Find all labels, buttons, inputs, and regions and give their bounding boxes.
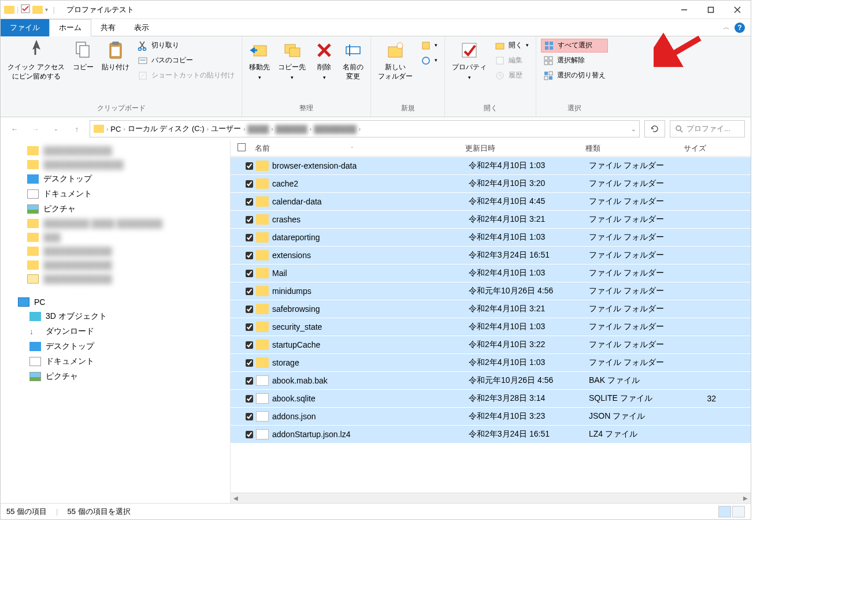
copyto-button[interactable]: コピー先▾ bbox=[276, 39, 308, 82]
tab-file[interactable]: ファイル bbox=[1, 19, 49, 36]
column-name[interactable]: 名前 bbox=[255, 144, 270, 152]
row-checkbox[interactable] bbox=[246, 216, 253, 224]
table-row[interactable]: crashes令和2年4月10日 3:21ファイル フォルダー bbox=[231, 210, 751, 228]
invert-selection-button[interactable]: 選択の切り替え bbox=[541, 69, 608, 83]
table-row[interactable]: security_state令和2年4月10日 1:03ファイル フォルダー bbox=[231, 318, 751, 336]
table-row[interactable]: datareporting令和2年4月10日 1:03ファイル フォルダー bbox=[231, 228, 751, 246]
nav-item-pc[interactable]: PC bbox=[1, 295, 230, 309]
breadcrumb-blurred[interactable]: ████████ bbox=[314, 125, 357, 133]
search-input[interactable]: プロファイ... bbox=[670, 120, 745, 137]
nav-item-blurred[interactable]: ███ bbox=[1, 230, 230, 244]
refresh-button[interactable] bbox=[644, 120, 665, 137]
tab-view[interactable]: 表示 bbox=[125, 19, 158, 36]
forward-button[interactable]: → bbox=[27, 121, 43, 137]
navigation-pane[interactable]: ████████████ ██████████████ デスクトップ ドキュメン… bbox=[1, 140, 231, 503]
table-row[interactable]: minidumps令和元年10月26日 4:56ファイル フォルダー bbox=[231, 282, 751, 300]
nav-item-blurred[interactable]: ████████████ bbox=[1, 244, 230, 258]
paste-button[interactable]: 貼り付け bbox=[99, 39, 132, 73]
row-checkbox[interactable] bbox=[246, 180, 253, 188]
moveto-button[interactable]: 移動先▾ bbox=[247, 39, 272, 82]
view-details-button[interactable] bbox=[718, 506, 731, 517]
row-checkbox[interactable] bbox=[246, 377, 253, 385]
breadcrumb-blurred[interactable]: ████ bbox=[247, 125, 269, 133]
nav-item-3dobjects[interactable]: 3D オブジェクト bbox=[1, 309, 230, 324]
address-bar[interactable]: › PC › ローカル ディスク (C:) › ユーザー › ████ › ██… bbox=[90, 120, 640, 137]
select-none-button[interactable]: 選択解除 bbox=[541, 54, 608, 68]
open-button[interactable]: 開く▾ bbox=[492, 39, 531, 53]
tab-home[interactable]: ホーム bbox=[49, 19, 91, 36]
column-type[interactable]: 種類 bbox=[585, 143, 684, 154]
horizontal-scrollbar[interactable]: ◀ ▶ bbox=[231, 493, 751, 503]
nav-item-pictures[interactable]: ピクチャ bbox=[1, 369, 230, 384]
breadcrumb[interactable]: PC bbox=[110, 125, 121, 133]
minimize-button[interactable] bbox=[671, 1, 698, 19]
breadcrumb[interactable]: ユーザー bbox=[211, 124, 241, 134]
table-row[interactable]: cache2令和2年4月10日 3:20ファイル フォルダー bbox=[231, 174, 751, 192]
chevron-right-icon[interactable]: › bbox=[207, 126, 209, 132]
column-size[interactable]: サイズ bbox=[684, 143, 718, 154]
row-checkbox[interactable] bbox=[246, 198, 253, 206]
chevron-right-icon[interactable]: › bbox=[310, 126, 311, 132]
collapse-ribbon-icon[interactable]: ︿ bbox=[723, 23, 730, 32]
table-row[interactable]: storage令和2年4月10日 1:03ファイル フォルダー bbox=[231, 353, 751, 371]
file-list[interactable]: browser-extension-data令和2年4月10日 1:03ファイル… bbox=[231, 157, 751, 493]
tab-share[interactable]: 共有 bbox=[91, 19, 125, 36]
table-row[interactable]: addonStartup.json.lz4令和2年3月24日 16:51LZ4 … bbox=[231, 425, 751, 443]
row-checkbox[interactable] bbox=[246, 395, 253, 403]
paste-shortcut-button[interactable]: ショートカットの貼り付け bbox=[135, 69, 237, 83]
select-all-checkbox[interactable] bbox=[238, 143, 246, 151]
row-checkbox[interactable] bbox=[246, 162, 253, 170]
cut-button[interactable]: 切り取り bbox=[135, 39, 237, 53]
chevron-right-icon[interactable]: › bbox=[123, 126, 125, 132]
row-checkbox[interactable] bbox=[246, 341, 253, 349]
nav-item-documents[interactable]: ドキュメント bbox=[1, 354, 230, 369]
nav-item-blurred[interactable]: ██████████████ bbox=[1, 158, 230, 172]
row-checkbox[interactable] bbox=[246, 306, 253, 313]
rename-button[interactable]: 名前の 変更 bbox=[340, 39, 366, 82]
column-headers[interactable]: 名前˄ 更新日時 種類 サイズ bbox=[231, 140, 751, 157]
nav-item-blurred[interactable]: ████████████ bbox=[1, 272, 230, 286]
nav-item-blurred[interactable]: ████████████ bbox=[1, 144, 230, 158]
delete-button[interactable]: 削除▾ bbox=[311, 39, 337, 82]
table-row[interactable]: calendar-data令和2年4月10日 4:45ファイル フォルダー bbox=[231, 192, 751, 210]
easy-access-button[interactable]: ▾ bbox=[418, 54, 440, 68]
breadcrumb-blurred[interactable]: ██████ bbox=[276, 125, 307, 133]
new-item-button[interactable]: ▾ bbox=[418, 39, 440, 53]
nav-item-pictures[interactable]: ピクチャ bbox=[1, 202, 230, 217]
row-checkbox[interactable] bbox=[246, 270, 253, 277]
table-row[interactable]: abook.mab.bak令和元年10月26日 4:56BAK ファイル bbox=[231, 371, 751, 389]
edit-button[interactable]: 編集 bbox=[492, 54, 531, 68]
chevron-right-icon[interactable]: › bbox=[106, 126, 108, 132]
nav-item-blurred[interactable]: ████████████ bbox=[1, 258, 230, 272]
up-button[interactable]: ↑ bbox=[69, 121, 85, 137]
nav-item-desktop[interactable]: デスクトップ bbox=[1, 339, 230, 354]
close-button[interactable] bbox=[724, 1, 751, 19]
select-all-button[interactable]: すべて選択 bbox=[541, 39, 608, 53]
maximize-button[interactable] bbox=[698, 1, 724, 19]
scroll-right-icon[interactable]: ▶ bbox=[740, 495, 751, 501]
history-button[interactable]: 履歴 bbox=[492, 69, 531, 83]
row-checkbox[interactable] bbox=[246, 323, 253, 331]
back-button[interactable]: ← bbox=[6, 121, 23, 137]
recent-button[interactable]: ⌄ bbox=[48, 121, 64, 137]
row-checkbox[interactable] bbox=[246, 359, 253, 367]
help-button[interactable]: ? bbox=[735, 23, 745, 33]
address-dropdown-icon[interactable]: ⌄ bbox=[631, 126, 636, 132]
new-folder-button[interactable]: 新しい フォルダー bbox=[376, 39, 415, 82]
row-checkbox[interactable] bbox=[246, 431, 253, 438]
breadcrumb[interactable]: ローカル ディスク (C:) bbox=[128, 124, 205, 134]
copy-path-button[interactable]: パスのコピー bbox=[135, 54, 237, 68]
nav-item-documents[interactable]: ドキュメント bbox=[1, 187, 230, 202]
table-row[interactable]: browser-extension-data令和2年4月10日 1:03ファイル… bbox=[231, 157, 751, 174]
nav-item-desktop[interactable]: デスクトップ bbox=[1, 172, 230, 187]
table-row[interactable]: extensions令和2年3月24日 16:51ファイル フォルダー bbox=[231, 246, 751, 264]
nav-item-blurred[interactable]: ████████ ████ ████████ bbox=[1, 217, 230, 230]
nav-item-downloads[interactable]: ↓ダウンロード bbox=[1, 324, 230, 339]
row-checkbox[interactable] bbox=[246, 288, 253, 295]
chevron-right-icon[interactable]: › bbox=[359, 126, 361, 132]
column-date[interactable]: 更新日時 bbox=[465, 143, 585, 154]
check-icon[interactable] bbox=[21, 4, 30, 15]
table-row[interactable]: abook.sqlite令和2年3月28日 3:14SQLITE ファイル32 bbox=[231, 389, 751, 407]
row-checkbox[interactable] bbox=[246, 252, 253, 259]
table-row[interactable]: Mail令和2年4月10日 1:03ファイル フォルダー bbox=[231, 264, 751, 282]
